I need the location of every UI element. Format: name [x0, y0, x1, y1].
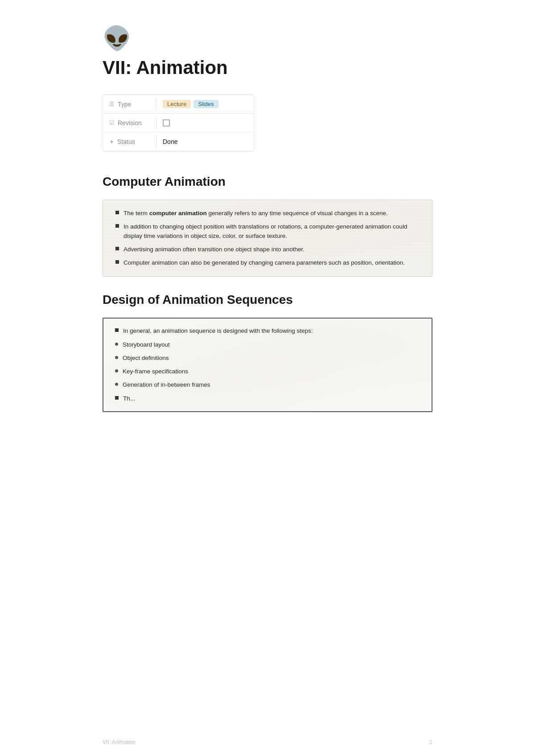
design-sequences-content: In general, an animation sequence is des…	[103, 318, 432, 412]
item-text: The term computer animation generally re…	[123, 209, 420, 218]
type-label: ☰ Type	[103, 97, 156, 111]
list-icon: ☰	[109, 101, 115, 107]
alien-logo: 👽	[103, 27, 432, 50]
list-item: Object definitions	[115, 354, 420, 363]
bullet-round	[115, 369, 118, 372]
status-done-text: Done	[163, 138, 177, 145]
item-text: Storyboard layout	[123, 340, 420, 349]
bullet-square	[115, 328, 119, 332]
property-row-status: ✦ Status Done	[103, 132, 254, 151]
bold-term: computer animation	[149, 210, 207, 217]
property-row-revision: ☑ Revision	[103, 114, 254, 132]
list-item: Storyboard layout	[115, 340, 420, 349]
bullet-round	[115, 356, 118, 359]
computer-animation-content: The term computer animation generally re…	[103, 200, 432, 277]
section-heading-design-sequences: Design of Animation Sequences	[103, 293, 432, 307]
list-item: Th...	[115, 394, 420, 403]
status-label: ✦ Status	[103, 135, 156, 149]
item-text: Th...	[123, 394, 420, 403]
bullet-square	[115, 260, 119, 264]
footer-title: VII: Animation	[103, 739, 136, 745]
footer-page: 1	[429, 739, 432, 745]
list-item: Advertising animation often transition o…	[115, 245, 420, 254]
item-text: In addition to changing object position …	[123, 222, 420, 241]
page-title: VII: Animation	[103, 57, 432, 78]
bullet-round	[115, 383, 118, 386]
bullet-square	[115, 211, 119, 214]
item-text: Computer animation can also be generated…	[123, 258, 420, 267]
item-text: Generation of in-between frames	[123, 380, 420, 389]
list-item: The term computer animation generally re…	[115, 209, 420, 218]
page-footer: VII: Animation 1	[67, 739, 468, 745]
revision-icon: ☑	[109, 119, 115, 126]
type-value[interactable]: Lecture Slides	[156, 96, 225, 112]
status-value[interactable]: Done	[156, 135, 184, 149]
tag-slides[interactable]: Slides	[193, 100, 218, 108]
revision-value[interactable]	[156, 116, 176, 130]
list-item: Computer animation can also be generated…	[115, 258, 420, 267]
bullet-square	[115, 224, 119, 228]
bullet-round	[115, 343, 118, 346]
revision-checkbox[interactable]	[163, 119, 170, 127]
list-item: Key-frame specifications	[115, 367, 420, 376]
bullet-square	[115, 247, 119, 250]
revision-label: ☑ Revision	[103, 116, 156, 130]
tag-lecture[interactable]: Lecture	[163, 100, 191, 108]
properties-table: ☰ Type Lecture Slides ☑ Revision ✦ Statu…	[103, 94, 254, 151]
section-heading-computer-animation: Computer Animation	[103, 175, 432, 189]
item-text: In general, an animation sequence is des…	[123, 327, 420, 335]
list-item: Generation of in-between frames	[115, 380, 420, 389]
item-text: Key-frame specifications	[123, 367, 420, 376]
list-item: In general, an animation sequence is des…	[115, 327, 420, 335]
property-row-type: ☰ Type Lecture Slides	[103, 95, 254, 114]
item-text: Advertising animation often transition o…	[123, 245, 420, 254]
logo-area: 👽	[103, 27, 432, 50]
item-text: Object definitions	[123, 354, 420, 363]
list-item: In addition to changing object position …	[115, 222, 420, 241]
status-icon: ✦	[109, 139, 114, 145]
bullet-square	[115, 396, 119, 400]
